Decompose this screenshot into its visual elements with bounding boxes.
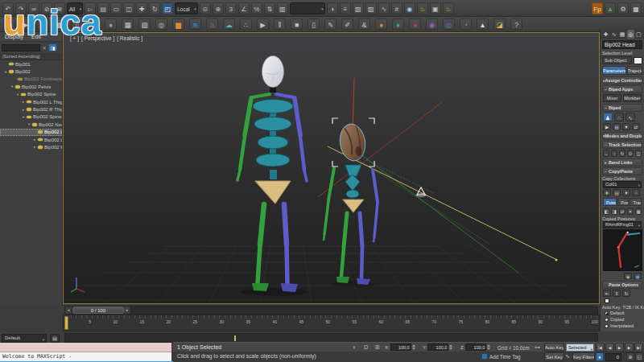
tree-item[interactable]: ▸ Bip002 L Thigh [0, 98, 62, 105]
pen-icon[interactable]: ✐ [341, 19, 353, 30]
motion-mode-tab[interactable]: Trajectories [627, 66, 642, 75]
ampersand-icon[interactable]: & [358, 19, 370, 30]
container-box-icon[interactable]: ▆ [172, 19, 184, 30]
maximize-viewport-icon[interactable]: ◱ [635, 352, 643, 361]
grid-panel-icon[interactable]: ▦ [630, 2, 642, 14]
workspace-dropdown[interactable]: Default [2, 334, 47, 343]
utilities-icon[interactable]: ⚙ [617, 2, 629, 14]
absolute-mode-icon[interactable]: ⊞ [375, 344, 380, 351]
preview-axes-icon[interactable]: ▦ [634, 273, 642, 279]
motion-mode-tab[interactable]: Parameters [602, 66, 626, 75]
checker-icon[interactable]: ▦ [122, 19, 134, 30]
z-coordinate-field[interactable]: 100,0 [465, 343, 486, 351]
y-spinner[interactable] [449, 344, 452, 350]
large-biped-head[interactable] [262, 56, 284, 88]
next-frame-arrow-icon[interactable]: ▸ [124, 306, 131, 314]
rollout-track-selection[interactable]: − Track Selection [602, 141, 642, 149]
edit-named-selections-icon[interactable]: ▥ [277, 2, 288, 14]
material-editor-icon[interactable]: ◉ [404, 2, 415, 14]
viewport-3d-canvas[interactable] [64, 33, 599, 303]
sub-object-button[interactable]: Sub-Object [602, 56, 632, 64]
bind-spacewarp-icon[interactable]: ≋ [54, 2, 65, 14]
display-tab-icon[interactable]: ▢ [635, 30, 642, 39]
go-to-end-icon[interactable]: ▶| [634, 343, 643, 352]
preview-snapshot-icon[interactable]: ▣ [624, 273, 632, 279]
motion-tab-icon[interactable]: ◎ [627, 30, 634, 39]
undo-icon[interactable]: ↶ [2, 2, 14, 14]
viewport-label-segment[interactable]: [ + ] [70, 35, 79, 41]
delete-collection-icon[interactable]: ✕ [632, 189, 640, 196]
snaps-toggle-icon[interactable]: 3 [225, 2, 237, 14]
object-name-field[interactable]: Bip002 Head [602, 40, 642, 49]
viewport-label-segment[interactable]: [ Realistic ] [117, 35, 142, 41]
time-slider[interactable]: ◂ 0 / 100 ▸ [64, 306, 598, 315]
select-scale-icon[interactable]: ◰ [162, 2, 173, 14]
tree-item[interactable]: ▾ Bip002 Spine1 [0, 113, 62, 121]
paste-rotation-icon[interactable]: ↻ [622, 290, 630, 297]
paste-opposite-icon[interactable]: ⇄ [619, 208, 625, 215]
rendered-frame-icon[interactable]: ▣ [430, 2, 441, 14]
play-animation-icon[interactable]: ▶ [257, 19, 269, 30]
unlink-selection-icon[interactable]: ⊘ [41, 2, 52, 14]
particles-icon[interactable]: ∴ [240, 19, 252, 30]
current-frame-marker[interactable] [64, 316, 68, 330]
biped-app-button[interactable]: Workbench [623, 94, 642, 102]
tree-item[interactable]: ▾ Bip002 Spine [0, 91, 62, 98]
symmetrical-tracks-icon[interactable]: ◫ [635, 150, 642, 157]
paste-radio[interactable]: Default [601, 310, 644, 316]
add-time-tag-group[interactable]: Add Time Tag [481, 353, 520, 360]
named-selection-dropdown[interactable] [290, 2, 325, 14]
rollout-biped-apps[interactable]: − Biped Apps [602, 85, 642, 93]
pin-stack-icon[interactable]: ♦ [353, 344, 356, 350]
previous-frame-arrow-icon[interactable]: ◂ [65, 306, 72, 314]
cloud-icon[interactable]: ☁ [223, 19, 235, 30]
rectangular-region-icon[interactable]: ▭ [110, 2, 122, 14]
figure-mode-icon[interactable]: ♟ [603, 113, 613, 121]
schematic-view-icon[interactable]: # [391, 2, 402, 14]
tree-item[interactable]: Bip002 Footsteps [0, 76, 62, 83]
pencil-icon[interactable]: ✎ [324, 19, 336, 30]
play-button-icon[interactable]: ▶ [615, 343, 624, 352]
copy-type-tab[interactable]: Posture [603, 198, 617, 206]
load-biped-file-icon[interactable]: ▤ [613, 123, 621, 130]
percent-snap-icon[interactable]: % [251, 2, 262, 14]
sort-order-header[interactable]: (Sorted Ascending) [0, 53, 62, 60]
column-icon[interactable]: ▯ [71, 19, 83, 30]
key-icon[interactable]: ⊶ [535, 344, 540, 351]
set-key-selection-dropdown[interactable]: Selected [566, 343, 594, 352]
clock-icon[interactable]: ◔ [88, 19, 100, 30]
align-icon[interactable]: ≡ [340, 2, 351, 14]
angle-snap-icon[interactable]: ∠ [238, 2, 250, 14]
tree-item[interactable]: ▾ Bip002 Neck [0, 121, 62, 128]
z-spinner[interactable] [487, 344, 490, 350]
delete-animation-icon[interactable]: ▯ [308, 19, 320, 30]
copy-type-tab[interactable]: Track [630, 198, 642, 206]
key-filters-button[interactable]: Key Filters... [572, 352, 595, 361]
biped-playback-icon[interactable]: ▶ [603, 123, 611, 130]
previous-frame-icon[interactable]: ◀ [605, 343, 614, 352]
copy-posture-icon[interactable]: ◧ [603, 208, 609, 215]
gauge-icon[interactable]: ◔ [460, 19, 472, 30]
fp-badge-icon[interactable]: Fp [592, 2, 603, 14]
use-pivot-center-icon[interactable]: ⊙ [200, 2, 211, 14]
go-to-start-icon[interactable]: |◀ [596, 343, 605, 352]
reference-coordinate-dropdown[interactable]: Local [175, 2, 198, 14]
track-bar[interactable]: 0510152025303540455055606570758085909510… [63, 315, 600, 331]
layer-manager-icon[interactable]: ▧ [353, 2, 364, 14]
tree-item[interactable]: ▾ Bip002 [0, 68, 62, 75]
shaded-sphere-icon[interactable]: ● [37, 19, 49, 30]
load-collection-icon[interactable]: ▤ [613, 189, 621, 196]
rollout-biped[interactable]: − Biped [602, 104, 642, 112]
convert-biped-icon[interactable]: ⇄ [632, 123, 640, 130]
box-stack-icon[interactable]: ▧ [138, 19, 151, 30]
lock-com-icon[interactable]: ⊙ [627, 150, 634, 157]
rollout-bend-links[interactable]: ▸ Bend Links [602, 158, 642, 167]
delete-posture-icon[interactable]: ✕ [627, 208, 634, 215]
select-by-name-icon[interactable]: ▤ [97, 2, 109, 14]
tree-item[interactable]: ▾ Bip002 Pelvis [0, 83, 62, 90]
curve-editor-icon[interactable]: ∿ [378, 2, 390, 14]
plant-icon[interactable]: ▲ [605, 2, 616, 14]
redo-icon[interactable]: ↷ [15, 2, 27, 14]
tree-item[interactable]: ▸ Bip002 R Thigh [0, 105, 62, 113]
new-collection-icon[interactable]: ✚ [603, 189, 611, 196]
